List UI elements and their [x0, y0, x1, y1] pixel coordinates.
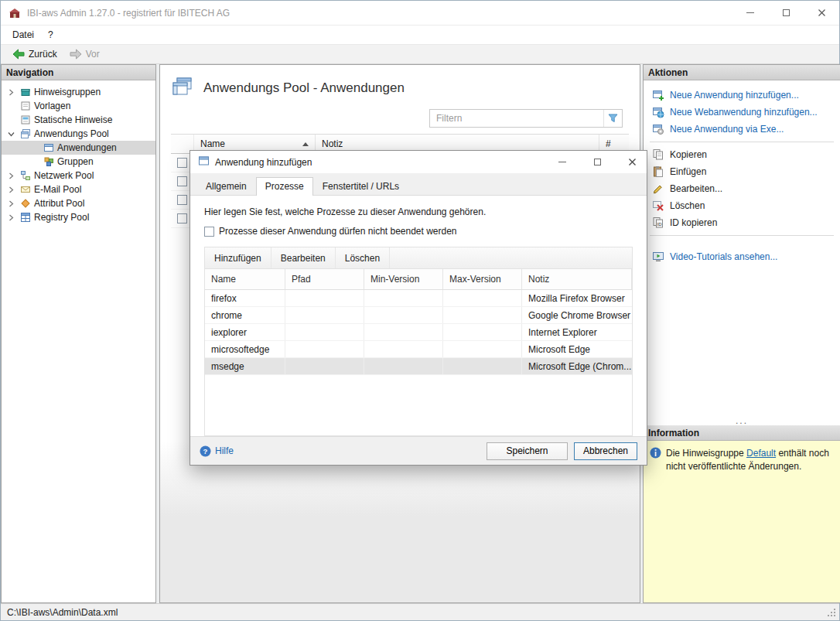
- edit-process-button[interactable]: Bearbeiten: [271, 247, 336, 268]
- cancel-button[interactable]: Abbrechen: [574, 442, 637, 460]
- cell-notiz: Mozilla Firefox Browser: [522, 290, 632, 306]
- page-title: Anwendungs Pool - Anwendungen: [203, 80, 405, 96]
- dialog-maximize-button[interactable]: [582, 151, 612, 173]
- dialog-minimize-button[interactable]: [548, 151, 577, 173]
- cell-name: chrome: [205, 307, 285, 323]
- cell-notiz: Microsoft Edge: [522, 341, 632, 357]
- process-table: Name Pfad Min-Version Max-Version Notiz …: [204, 269, 633, 436]
- cell-min-version: [364, 307, 443, 323]
- checkbox-label: Prozesse dieser Anwendung dürfen nicht b…: [219, 226, 457, 237]
- maximize-button[interactable]: [768, 1, 804, 25]
- help-button[interactable]: ? Hilfe: [200, 445, 480, 457]
- splitter-handle[interactable]: ...: [644, 418, 840, 424]
- sort-ascending-icon: [302, 142, 309, 146]
- gruppen-icon: [43, 156, 54, 167]
- cell-min-version: [364, 290, 443, 306]
- nav-item-gruppen[interactable]: Gruppen: [2, 155, 155, 169]
- nav-item-registry-pool[interactable]: Registry Pool: [2, 210, 155, 224]
- cell-name: firefox: [205, 290, 285, 306]
- row-checkbox[interactable]: [177, 195, 187, 205]
- action-delete[interactable]: Löschen: [644, 197, 840, 214]
- chevron-down-icon[interactable]: [6, 131, 16, 138]
- column-header-max-version[interactable]: Max-Version: [443, 269, 522, 289]
- cell-max-version: [443, 324, 522, 340]
- chevron-right-icon[interactable]: [6, 200, 16, 207]
- maximize-icon: [783, 9, 790, 16]
- forward-arrow-icon: [70, 49, 82, 60]
- close-button[interactable]: [804, 1, 839, 25]
- minimize-icon: [746, 12, 754, 13]
- filter-input[interactable]: [430, 113, 603, 124]
- cell-max-version: [443, 341, 522, 357]
- nav-item-anwendungs-pool[interactable]: Anwendungs Pool: [2, 127, 155, 141]
- dialog-close-button[interactable]: [617, 151, 647, 173]
- action-new-web-application[interactable]: Neue Webanwendung hinzufügen...: [644, 104, 840, 121]
- nav-item-vorlagen[interactable]: Vorlagen: [2, 99, 155, 113]
- nav-item-attribut-pool[interactable]: Attribut Pool: [2, 196, 155, 210]
- row-checkbox[interactable]: [177, 158, 187, 168]
- dialog-content: Hier legen Sie fest, welche Prozesse zu …: [190, 196, 647, 436]
- tab-allgemein[interactable]: Allgemein: [196, 177, 256, 196]
- action-copy[interactable]: Kopieren: [644, 146, 840, 163]
- nav-item-anwendungen[interactable]: Anwendungen: [2, 141, 155, 155]
- resize-grip-icon[interactable]: [827, 608, 836, 617]
- menu-item-datei[interactable]: Datei: [5, 26, 41, 44]
- chevron-right-icon[interactable]: [6, 172, 16, 179]
- video-tutorials-link[interactable]: Video-Tutorials ansehen...: [644, 248, 840, 265]
- process-table-header: Name Pfad Min-Version Max-Version Notiz: [205, 269, 632, 290]
- minimize-button[interactable]: [732, 1, 768, 25]
- anwendungen-icon: [43, 142, 54, 153]
- menu-item-help[interactable]: ?: [41, 26, 60, 44]
- nav-item-statische-hinweise[interactable]: Statische Hinweise: [2, 113, 155, 127]
- save-button[interactable]: Speichern: [487, 442, 568, 460]
- action-edit[interactable]: Bearbeiten...: [644, 180, 840, 197]
- row-checkbox[interactable]: [177, 213, 187, 223]
- action-copy-id[interactable]: ID ID kopieren: [644, 214, 840, 231]
- tab-prozesse[interactable]: Prozesse: [256, 177, 313, 196]
- process-row[interactable]: chrome Google Chrome Browser: [205, 307, 632, 324]
- separator: [650, 142, 834, 142]
- delete-process-button[interactable]: Löschen: [336, 247, 390, 268]
- menubar: Datei ?: [1, 26, 839, 44]
- filter-funnel-icon[interactable]: [603, 110, 622, 127]
- action-new-application[interactable]: Neue Anwendung hinzufügen...: [644, 87, 840, 104]
- process-row[interactable]: firefox Mozilla Firefox Browser: [205, 290, 632, 307]
- back-arrow-icon: [12, 49, 25, 60]
- chevron-right-icon[interactable]: [6, 186, 16, 193]
- tab-fenstertitel-urls[interactable]: Fenstertitel / URLs: [313, 177, 408, 196]
- chevron-right-icon[interactable]: [6, 89, 16, 96]
- column-header-pfad[interactable]: Pfad: [285, 269, 364, 289]
- add-process-button[interactable]: Hinzufügen: [205, 247, 271, 268]
- cell-pfad: [285, 341, 364, 357]
- nav-item-netzwerk-pool[interactable]: Netzwerk Pool: [2, 169, 155, 183]
- information-text: Die Hinweisgruppe Default enthält noch n…: [666, 447, 834, 474]
- cell-notiz: Internet Explorer: [522, 324, 632, 340]
- kill-processes-option: Prozesse dieser Anwendung dürfen nicht b…: [204, 226, 633, 237]
- information-body: Die Hinweisgruppe Default enthält noch n…: [644, 441, 840, 602]
- action-paste[interactable]: Einfügen: [644, 163, 840, 180]
- column-header-name[interactable]: Name: [205, 269, 285, 289]
- actions-list: Neue Anwendung hinzufügen... Neue Webanw…: [644, 80, 840, 425]
- cell-min-version: [364, 341, 443, 357]
- process-row-selected[interactable]: msedge Microsoft Edge (Chrom...: [205, 358, 632, 375]
- navigation-tree: Hinweisgruppen Vorlagen Statische Hinwei…: [2, 80, 155, 224]
- filter-row: [160, 104, 640, 134]
- kill-processes-checkbox[interactable]: [204, 227, 214, 237]
- minimize-icon: [558, 162, 566, 162]
- forward-button[interactable]: Vor: [64, 47, 105, 61]
- new-web-application-icon: [651, 106, 664, 118]
- dialog-title: Anwendung hinzufügen: [215, 157, 542, 168]
- row-checkbox[interactable]: [177, 176, 187, 186]
- nav-item-hinweisgruppen[interactable]: Hinweisgruppen: [2, 85, 155, 99]
- copy-id-icon: ID: [651, 217, 664, 229]
- process-row[interactable]: microsoftedge Microsoft Edge: [205, 341, 632, 358]
- process-row[interactable]: iexplorer Internet Explorer: [205, 324, 632, 341]
- nav-item-email-pool[interactable]: E-Mail Pool: [2, 183, 155, 196]
- action-new-application-via-exe[interactable]: Neue Anwendung via Exe...: [644, 121, 840, 138]
- column-header-min-version[interactable]: Min-Version: [364, 269, 443, 289]
- column-header-notiz[interactable]: Notiz: [522, 269, 632, 289]
- chevron-right-icon[interactable]: [6, 214, 16, 221]
- back-button[interactable]: Zurück: [7, 47, 63, 61]
- default-group-link[interactable]: Default: [746, 448, 776, 459]
- information-header: Information: [644, 425, 840, 441]
